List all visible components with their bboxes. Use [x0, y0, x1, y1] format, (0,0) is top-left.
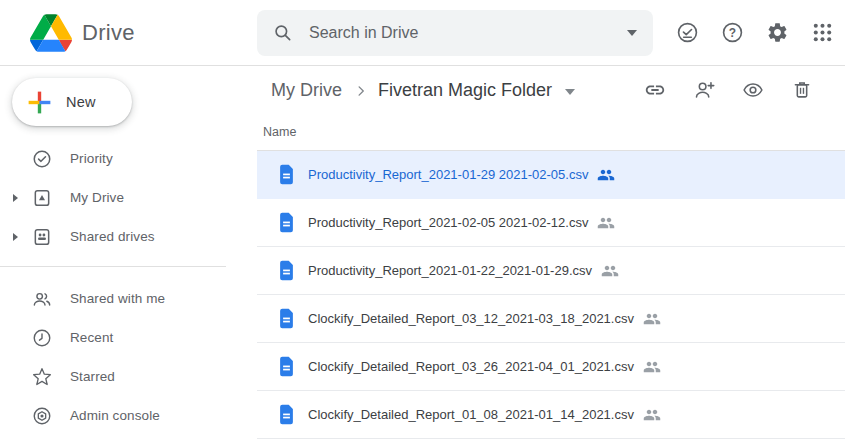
top-bar: Drive [0, 0, 845, 66]
csv-file-icon [278, 356, 295, 377]
recent-icon [32, 328, 52, 348]
file-name: Productivity_Report_2021-01-29 2021-02-0… [308, 167, 588, 182]
column-header-name[interactable]: Name [257, 114, 845, 151]
new-button[interactable]: New [12, 78, 132, 126]
sidebar-item-label: Priority [70, 151, 113, 166]
sidebar-item-label: Recent [70, 330, 113, 345]
expand-arrow-icon[interactable] [8, 194, 22, 202]
folder-action-icons [644, 79, 813, 101]
shared-people-icon [643, 406, 661, 424]
file-row[interactable]: Clockify_Detailed_Report_03_12_2021-03_1… [257, 295, 845, 343]
multicolor-plus-icon [25, 88, 54, 117]
google-drive-app: Drive New Priority [0, 0, 845, 439]
sidebar-item-label: Shared drives [70, 229, 155, 244]
shared-people-icon [643, 358, 661, 376]
file-browser: My Drive Fivetran Magic Folder Name Prod… [257, 66, 845, 439]
new-button-label: New [66, 94, 96, 110]
file-name: Productivity_Report_2021-02-05 2021-02-1… [308, 215, 588, 230]
file-name: Clockify_Detailed_Report_03_26_2021-04_0… [308, 359, 634, 374]
sidebar-item-label: Shared with me [70, 291, 165, 306]
sidebar-nav: Priority My Drive Shared drives Shared w… [0, 139, 257, 435]
shareddrives-icon [32, 227, 52, 247]
admin-icon [32, 406, 52, 426]
file-row[interactable]: Productivity_Report_2021-01-29 2021-02-0… [257, 151, 845, 199]
search-input[interactable] [309, 24, 627, 42]
search-bar[interactable] [257, 10, 653, 56]
csv-file-icon [278, 308, 295, 329]
gear-icon[interactable] [766, 21, 789, 44]
sidebar-item-label: Starred [70, 369, 115, 384]
sidebar-item-priority[interactable]: Priority [0, 139, 257, 178]
csv-file-icon [278, 164, 295, 185]
csv-file-icon [278, 212, 295, 233]
file-name: Clockify_Detailed_Report_03_12_2021-03_1… [308, 311, 634, 326]
file-row[interactable]: Clockify_Detailed_Report_01_08_2021-01_1… [257, 391, 845, 439]
sidebar-item-admin-console[interactable]: Admin console [0, 396, 257, 435]
file-row[interactable]: Productivity_Report_2021-02-05 2021-02-1… [257, 199, 845, 247]
person-add-icon[interactable] [693, 79, 715, 101]
sidebar-item-label: My Drive [70, 190, 124, 205]
sidebar: New Priority My Drive Shared drives Shar… [0, 66, 257, 439]
sidebar-item-shared-drives[interactable]: Shared drives [0, 217, 257, 256]
app-title: Drive [82, 20, 135, 46]
csv-file-icon [278, 260, 295, 281]
sidebar-item-recent[interactable]: Recent [0, 318, 257, 357]
mydrive-icon [32, 188, 52, 208]
priority-icon [32, 149, 52, 169]
shared-people-icon [597, 214, 615, 232]
breadcrumb-my-drive[interactable]: My Drive [271, 80, 342, 101]
sidebar-item-my-drive[interactable]: My Drive [0, 178, 257, 217]
shared-people-icon [597, 166, 615, 184]
link-icon[interactable] [644, 79, 666, 101]
file-row[interactable]: Clockify_Detailed_Report_03_26_2021-04_0… [257, 343, 845, 391]
search-options-caret-icon[interactable] [627, 30, 637, 36]
file-name: Clockify_Detailed_Report_01_08_2021-01_1… [308, 407, 634, 422]
shared-people-icon [601, 262, 619, 280]
chevron-right-icon [352, 82, 370, 100]
breadcrumb: My Drive Fivetran Magic Folder [257, 66, 845, 114]
help-icon[interactable] [721, 21, 744, 44]
sidebar-item-label: Admin console [70, 408, 160, 423]
csv-file-icon [278, 404, 295, 425]
file-row[interactable]: Productivity_Report_2021-01-22_2021-01-2… [257, 247, 845, 295]
sidebar-item-shared-with-me[interactable]: Shared with me [0, 279, 257, 318]
eye-icon[interactable] [742, 79, 764, 101]
drive-logo[interactable]: Drive [0, 14, 257, 52]
file-name: Productivity_Report_2021-01-22_2021-01-2… [308, 263, 592, 278]
starred-icon [32, 367, 52, 387]
offline-check-icon[interactable] [676, 21, 699, 44]
sharedwithme-icon [32, 289, 52, 309]
sidebar-item-starred[interactable]: Starred [0, 357, 257, 396]
search-icon [273, 23, 293, 43]
apps-grid-icon[interactable] [811, 21, 834, 44]
top-action-icons [676, 21, 834, 44]
drive-logo-icon [30, 14, 72, 52]
breadcrumb-current-folder[interactable]: Fivetran Magic Folder [378, 80, 552, 101]
sidebar-divider [0, 266, 226, 267]
trash-icon[interactable] [791, 79, 813, 101]
folder-menu-caret-icon[interactable] [565, 89, 575, 95]
expand-arrow-icon[interactable] [8, 233, 22, 241]
file-list: Productivity_Report_2021-01-29 2021-02-0… [257, 151, 845, 439]
shared-people-icon [643, 310, 661, 328]
